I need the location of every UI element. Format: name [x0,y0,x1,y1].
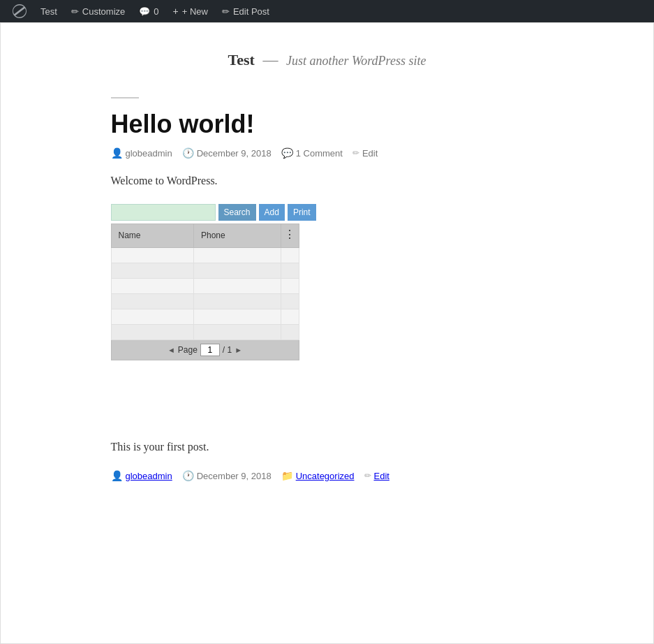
cell-phone [193,293,281,309]
post2-edit-link[interactable]: Edit [374,471,389,481]
post2-edit-meta: ✏ Edit [364,471,389,481]
col-options-header: ⋮ [281,224,299,247]
clock2-icon: 🕐 [182,470,194,481]
table-row [111,324,299,339]
cell-opt [281,309,299,324]
post-edit-link[interactable]: Edit [362,148,378,159]
table-row [111,309,299,324]
data-table: Name Phone ⋮ [111,224,299,339]
cell-opt [281,247,299,263]
folder-icon: 📁 [281,470,293,481]
cell-phone [193,247,281,263]
cell-phone [193,263,281,278]
cell-phone [193,278,281,293]
new-icon: + [173,6,179,17]
site-name-label: Test [40,6,57,17]
col-name-header: Name [111,224,193,247]
table-widget: Search Add Print Name Phone ⋮ [111,204,299,360]
adminbar-new[interactable]: + + New [166,0,215,22]
page-total: / 1 [223,343,232,357]
admin-bar: Test ✏ Customize 💬 0 + + New ✏ Edit Post [0,0,654,22]
post-title: Hello world! [111,109,544,139]
customize-icon: ✏ [71,6,79,17]
cell-phone [193,309,281,324]
post-first-content: This is your first post. [111,437,544,456]
post-meta: 👤 globeadmin 🕐 December 9, 2018 💬 1 Comm… [111,147,544,159]
post2-category[interactable]: Uncategorized [296,471,355,481]
spacer [111,395,544,437]
post-hello-world: Hello world! 👤 globeadmin 🕐 December 9, … [111,97,544,360]
comments-bubble-icon: 💬 [281,147,293,159]
page-wrapper: Test — Just another WordPress site Hello… [0,22,654,644]
table-search-button[interactable]: Search [218,204,256,221]
cell-opt [281,263,299,278]
table-header-row: Name Phone ⋮ [111,224,299,247]
next-page-button[interactable]: ► [235,344,242,357]
post-date-meta: 🕐 December 9, 2018 [182,147,272,159]
table-footer: ◄ Page / 1 ► [111,340,299,360]
adminbar-comments[interactable]: 💬 0 [132,0,165,22]
post2-category-meta: 📁 Uncategorized [281,470,355,481]
site-separator: — [262,51,278,68]
site-title-area: Test — Just another WordPress site [1,51,653,69]
post-footer-meta: 👤 globeadmin 🕐 December 9, 2018 📁 Uncate… [111,470,544,481]
cell-opt [281,293,299,309]
post-text: Welcome to WordPress. [111,171,544,190]
site-title-text[interactable]: Test [228,51,255,68]
table-add-button[interactable]: Add [259,204,285,221]
prev-page-button[interactable]: ◄ [168,344,175,357]
post-content: Welcome to WordPress. Search Add Print N… [111,171,544,360]
table-row [111,247,299,263]
cell-name [111,263,193,278]
post-divider [111,97,139,98]
edit-post-icon: ✏ [222,6,230,17]
table-row [111,278,299,293]
post2-date-meta: 🕐 December 9, 2018 [182,470,272,481]
customize-label: Customize [82,6,125,17]
post-first-post: This is your first post. 👤 globeadmin 🕐 … [111,437,544,481]
cell-opt [281,278,299,293]
post-author[interactable]: globeadmin [126,148,172,159]
clock-icon: 🕐 [182,147,194,159]
adminbar-wp-logo[interactable] [6,0,34,22]
post-author-meta: 👤 globeadmin [111,147,172,159]
page-label: Page [178,343,198,357]
edit2-pencil-icon: ✏ [364,471,371,481]
new-label: + New [182,6,208,17]
table-search-input[interactable] [111,204,216,221]
table-print-button[interactable]: Print [288,204,316,221]
post2-author[interactable]: globeadmin [126,471,172,481]
table-toolbar: Search Add Print [111,204,299,221]
cell-phone [193,324,281,339]
edit-pencil-icon: ✏ [352,148,359,158]
col-phone-header: Phone [193,224,281,247]
post2-date: December 9, 2018 [197,471,272,481]
site-header: Test — Just another WordPress site [1,23,653,83]
main-content: Hello world! 👤 globeadmin 🕐 December 9, … [111,83,544,530]
adminbar-site-name[interactable]: Test [34,0,64,22]
table-row [111,263,299,278]
cell-name [111,309,193,324]
post-date: December 9, 2018 [197,148,272,159]
table-pagination: ◄ Page / 1 ► [168,343,242,357]
comments-icon: 💬 [139,6,150,17]
cell-name [111,247,193,263]
page-input[interactable] [200,344,220,356]
post-comments-meta: 💬 1 Comment [281,147,343,159]
author2-icon: 👤 [111,470,123,481]
post2-author-meta: 👤 globeadmin [111,470,172,481]
table-row [111,293,299,309]
post-comments-link[interactable]: 1 Comment [296,148,343,159]
adminbar-customize[interactable]: ✏ Customize [64,0,132,22]
cell-name [111,293,193,309]
author-icon: 👤 [111,147,123,159]
site-tagline: Just another WordPress site [286,54,426,68]
options-icon[interactable]: ⋮ [284,228,296,240]
adminbar-edit-post[interactable]: ✏ Edit Post [215,0,276,22]
cell-name [111,324,193,339]
cell-name [111,278,193,293]
cell-opt [281,324,299,339]
post-edit-meta: ✏ Edit [352,148,378,159]
edit-post-label: Edit Post [233,6,269,17]
comments-count: 0 [154,6,158,17]
